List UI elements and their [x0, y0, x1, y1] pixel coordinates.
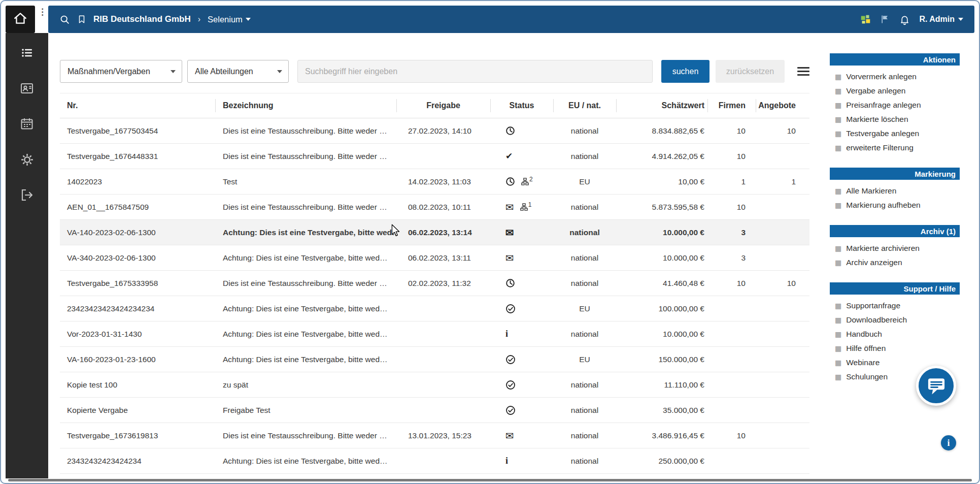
kebab-menu-icon[interactable]: ⋮: [38, 8, 47, 16]
search-input[interactable]: [297, 60, 653, 83]
form-icon: ▦: [835, 245, 841, 252]
table-row[interactable]: Testvergabe_1676448331 Dies ist eine Tes…: [60, 144, 809, 169]
search-icon[interactable]: [59, 14, 70, 25]
cell-nr: Vor-2023-01-31-1430: [60, 321, 215, 346]
info-button[interactable]: i: [941, 435, 956, 450]
flag-icon[interactable]: [880, 14, 890, 24]
search-button[interactable]: suchen: [661, 60, 709, 83]
table-row[interactable]: Kopie test 100 zu spät national 11.110,0…: [60, 372, 809, 398]
action-markierte-loeschen[interactable]: ▦Markierte löschen: [830, 112, 960, 126]
sidebar-item-list[interactable]: [19, 45, 35, 60]
cell-freigabe: [396, 372, 490, 397]
action-supportanfrage[interactable]: ▦Supportanfrage: [830, 299, 960, 313]
notifications-bell-icon[interactable]: [899, 14, 910, 25]
bookmark-icon[interactable]: [77, 15, 86, 24]
cell-schaetzwert: 100.000,00 €: [616, 296, 707, 321]
cell-status: ✉ 1: [490, 195, 553, 219]
table-row[interactable]: Testvergabe_1673619813 Dies ist eine Tes…: [60, 423, 809, 448]
action-preisanfrage-anlegen[interactable]: ▦Preisanfrage anlegen: [830, 98, 960, 112]
table-row[interactable]: Vor-2023-01-31-1430 Achtung: Dies ist ei…: [60, 321, 809, 347]
table-row[interactable]: Kopierte Vergabe Freigabe Test national …: [60, 398, 809, 423]
cell-schaetzwert: 10.000,00 €: [616, 245, 707, 270]
cell-eu-nat: national: [553, 398, 616, 423]
column-header-angebote[interactable]: Angebote: [756, 93, 809, 118]
table-row-highlighted[interactable]: VA-140-2023-02-06-1300 Achtung: Dies ist…: [60, 220, 809, 245]
table-row[interactable]: 23432432423424234 Achtung: Dies ist eine…: [60, 448, 809, 474]
action-testvergabe-anlegen[interactable]: ▦Testvergabe anlegen: [830, 126, 960, 141]
cell-status: [490, 296, 553, 321]
cell-angebote: [756, 144, 809, 169]
action-label: Schulungen: [846, 372, 888, 381]
cell-nr: VA-340-2023-02-06-1300: [60, 245, 215, 270]
cell-nr: Testvergabe_1676448331: [60, 144, 215, 169]
action-label: Hilfe öffnen: [846, 344, 886, 353]
cell-nr: AEN_01__1675847509: [60, 195, 215, 219]
table-row[interactable]: Testvergabe_1677503454 Dies ist eine Tes…: [60, 118, 809, 144]
check-circle-status-icon: [505, 380, 516, 390]
column-header-firmen[interactable]: Firmen: [707, 93, 756, 118]
action-erweiterte-filterung[interactable]: ▦erweiterte Filterung: [830, 141, 960, 155]
table-menu-icon[interactable]: [797, 67, 809, 76]
breadcrumb-company[interactable]: RIB Deutschland GmbH: [93, 14, 191, 24]
column-header-status[interactable]: Status: [490, 93, 553, 118]
cell-eu-nat: national: [553, 271, 616, 296]
breadcrumb-project-dropdown[interactable]: Selenium: [208, 15, 251, 24]
cell-angebote: [756, 195, 809, 219]
chevron-down-icon: [958, 18, 963, 21]
cell-freigabe: 02.02.2023, 11:32: [396, 271, 490, 296]
action-archiv-anzeigen[interactable]: ▦Archiv anzeigen: [830, 255, 960, 270]
scope-select[interactable]: Maßnahmen/Vergaben: [60, 60, 182, 83]
table-row[interactable]: Testvergabe_1675333958 Dies ist eine Tes…: [60, 271, 809, 296]
cell-angebote: [756, 245, 809, 270]
action-vergabe-anlegen[interactable]: ▦Vergabe anlegen: [830, 84, 960, 98]
table-row[interactable]: VA-160-2023-01-23-1600 Achtung: Dies ist…: [60, 347, 809, 372]
table-row[interactable]: 14022023 Test 14.02.2023, 11:03 2 EU 10,…: [60, 169, 809, 195]
cell-nr: Kopie test 100: [60, 372, 215, 397]
form-icon: ▦: [835, 102, 841, 109]
chat-button[interactable]: [916, 366, 956, 406]
horizontal-scrollbar[interactable]: [8, 479, 972, 481]
action-vorvermerk-anlegen[interactable]: ▦Vorvermerk anlegen: [830, 70, 960, 84]
action-markierte-archivieren[interactable]: ▦Markierte archivieren: [830, 241, 960, 255]
sidebar-item-settings[interactable]: [19, 152, 35, 167]
column-header-schaetzwert[interactable]: Schätzwert: [616, 93, 707, 118]
sidebar-item-logout[interactable]: [19, 187, 35, 203]
apps-icon[interactable]: [860, 14, 871, 25]
sidebar-item-calendar[interactable]: [19, 116, 35, 132]
action-downloadbereich[interactable]: ▦Downloadbereich: [830, 313, 960, 327]
column-header-eu-nat[interactable]: EU / nat.: [553, 93, 616, 118]
cell-nr: 14022023: [60, 169, 215, 194]
cell-schaetzwert: 41.460,48 €: [616, 271, 707, 296]
action-handbuch[interactable]: ▦Handbuch: [830, 327, 960, 341]
cell-bezeichnung: Dies ist eine Testausschreibung. Bitte w…: [215, 271, 396, 296]
column-header-freigabe[interactable]: Freigabe: [396, 93, 490, 118]
department-select[interactable]: Alle Abteilungen: [187, 60, 289, 83]
table-row[interactable]: 23423423423424234234 Achtung: Dies ist e…: [60, 296, 809, 321]
user-menu[interactable]: R. Admin: [919, 15, 963, 24]
action-hilfe-oeffnen[interactable]: ▦Hilfe öffnen: [830, 341, 960, 356]
table-header: Nr. Bezeichnung Freigabe Status EU / nat…: [60, 93, 809, 118]
cell-eu-nat: national: [553, 321, 616, 346]
action-markierung-aufheben[interactable]: ▦Markierung aufheben: [830, 198, 960, 212]
cell-status: [490, 372, 553, 397]
column-header-bezeichnung[interactable]: Bezeichnung: [215, 93, 396, 118]
info-status-icon: i: [505, 329, 508, 339]
cell-angebote: [756, 296, 809, 321]
sidebar-item-contacts[interactable]: [19, 81, 35, 96]
home-button[interactable]: [6, 6, 35, 33]
cell-angebote: 1: [756, 169, 809, 194]
column-header-nr[interactable]: Nr.: [60, 93, 215, 118]
cell-status: ✉: [490, 423, 553, 448]
action-label: Supportanfrage: [846, 301, 900, 310]
table-row[interactable]: AEN_01__1675847509 Dies ist eine Testaus…: [60, 195, 809, 220]
cell-nr: Testvergabe_1677503454: [60, 118, 215, 143]
action-label: Vergabe anlegen: [846, 86, 905, 95]
form-icon: ▦: [835, 144, 841, 151]
reset-button[interactable]: zurücksetzen: [716, 60, 785, 83]
form-icon: ▦: [835, 345, 841, 352]
table-row[interactable]: VA-340-2023-02-06-1300 Achtung: Dies ist…: [60, 245, 809, 271]
action-alle-markieren[interactable]: ▦Alle Markieren: [830, 184, 960, 198]
content-area: Maßnahmen/Vergaben Alle Abteilungen such…: [48, 33, 974, 478]
cell-eu-nat: national: [553, 118, 616, 143]
breadcrumb-separator: ›: [198, 15, 200, 24]
